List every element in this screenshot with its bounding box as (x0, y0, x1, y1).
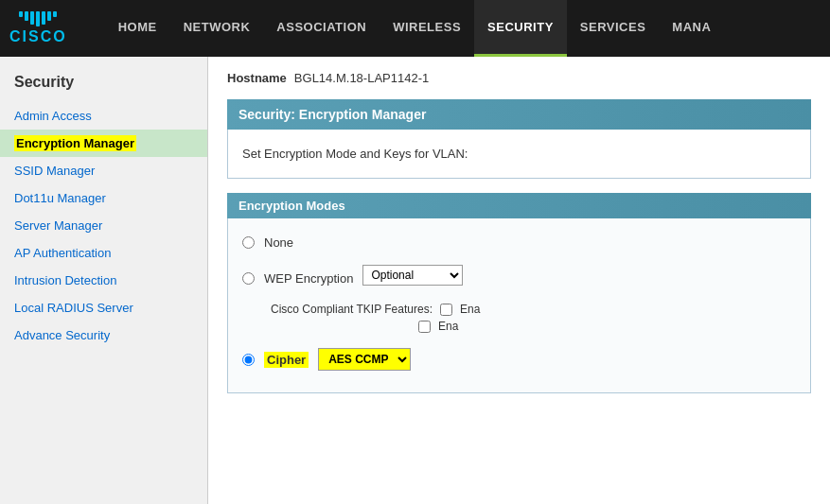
tkip-label: Cisco Compliant TKIP Features: (271, 303, 433, 316)
ena-label-2: Ena (438, 320, 458, 333)
nav-security[interactable]: SECURITY (474, 0, 567, 57)
hostname-label: Hostname (227, 71, 287, 85)
bar-3 (30, 11, 34, 25)
none-label[interactable]: None (264, 235, 293, 250)
bar-1 (19, 11, 23, 17)
wep-optional-select[interactable]: Mandatory Optional No Encryption (362, 265, 463, 286)
nav-manage[interactable]: MANA (659, 0, 724, 57)
tkip-checkbox-1[interactable] (440, 304, 452, 316)
wep-radio[interactable] (242, 272, 255, 285)
sidebar-item-local-radius[interactable]: Local RADIUS Server (0, 294, 207, 322)
none-radio[interactable] (242, 236, 255, 249)
sidebar-item-server-manager[interactable]: Server Manager (0, 212, 207, 239)
bar-5 (42, 11, 45, 25)
encryption-modes-box: None WEP Encryption Mandatory Optional N… (227, 218, 811, 393)
sidebar-item-dot11u-manager[interactable]: Dot11u Manager (0, 184, 207, 212)
sidebar-item-advance-security[interactable]: Advance Security (0, 322, 207, 349)
tkip-row-1: Cisco Compliant TKIP Features: Ena (271, 303, 796, 316)
wep-radio-row: WEP Encryption Mandatory Optional No Enc… (242, 257, 796, 299)
content-area: Hostname BGL14.M.18-LAP1142-1 Security: … (208, 57, 830, 504)
nav-association[interactable]: ASSOCIATION (263, 0, 380, 57)
cisco-bars (19, 11, 57, 26)
bar-2 (25, 11, 28, 21)
section-body: Set Encryption Mode and Keys for VLAN: (227, 130, 811, 179)
cipher-radio[interactable] (242, 354, 255, 366)
sidebar-title: Security (0, 66, 207, 102)
main-layout: Security Admin Access Encryption Manager… (0, 57, 830, 504)
nav-home[interactable]: HOME (105, 0, 170, 57)
cipher-highlight: Cipher (264, 352, 309, 368)
sidebar-item-encryption-manager[interactable]: Encryption Manager (0, 130, 207, 157)
sidebar: Security Admin Access Encryption Manager… (0, 57, 208, 504)
sidebar-item-ssid-manager[interactable]: SSID Manager (0, 157, 207, 184)
wep-label[interactable]: WEP Encryption (264, 271, 353, 286)
sidebar-item-admin-access[interactable]: Admin Access (0, 102, 207, 130)
bar-4 (36, 11, 40, 26)
cipher-row-container: Cipher AES CCMP TKIP WEP 128 WEP 40 (242, 340, 796, 378)
nav-network[interactable]: NETWORK (170, 0, 264, 57)
section-subtitle: Set Encryption Mode and Keys for VLAN: (242, 139, 796, 168)
top-navigation: CISCO HOME NETWORK ASSOCIATION WIRELESS … (0, 0, 830, 57)
hostname-bar: Hostname BGL14.M.18-LAP1142-1 (227, 71, 811, 85)
nav-wireless[interactable]: WIRELESS (380, 0, 474, 57)
cipher-label[interactable]: Cipher (264, 353, 309, 367)
bar-7 (53, 11, 57, 17)
hostname-value: BGL14.M.18-LAP1142-1 (294, 71, 429, 85)
sidebar-item-intrusion-detection[interactable]: Intrusion Detection (0, 267, 207, 294)
cisco-logo: CISCO (9, 11, 67, 45)
encryption-manager-highlight: Encryption Manager (14, 135, 136, 151)
cisco-text: CISCO (9, 28, 67, 45)
cipher-select[interactable]: AES CCMP TKIP WEP 128 WEP 40 (318, 348, 411, 371)
sidebar-item-ap-authentication[interactable]: AP Authentication (0, 239, 207, 267)
section-header: Security: Encryption Manager (227, 99, 811, 130)
wep-select-row: Mandatory Optional No Encryption (362, 265, 463, 286)
none-radio-row: None (242, 228, 796, 257)
wep-row-container: WEP Encryption Mandatory Optional No Enc… (242, 257, 796, 333)
nav-services[interactable]: SERVICES (567, 0, 660, 57)
ena-label-1: Ena (460, 303, 480, 316)
wep-extras: Cisco Compliant TKIP Features: Ena Ena (271, 303, 796, 333)
nav-links: HOME NETWORK ASSOCIATION WIRELESS SECURI… (105, 0, 725, 57)
tkip-checkbox-2[interactable] (418, 321, 431, 333)
bar-6 (47, 11, 51, 21)
cipher-radio-row: Cipher AES CCMP TKIP WEP 128 WEP 40 (242, 340, 796, 378)
encryption-modes-header: Encryption Modes (227, 193, 811, 218)
tkip-row-2: Ena (271, 320, 796, 333)
